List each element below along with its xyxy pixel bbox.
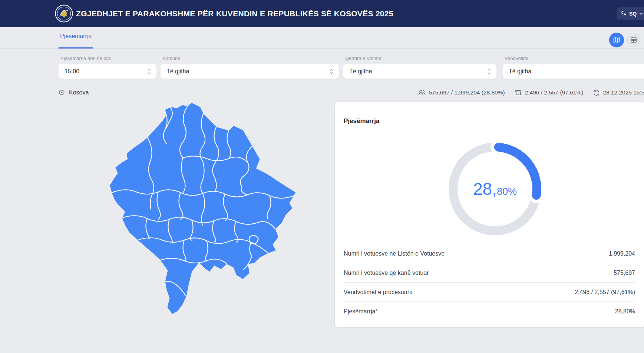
voting-center-select[interactable]: Të gjitha [343, 64, 497, 79]
table-row: Numri i votuesve në Listën e Votuesve 1,… [344, 244, 635, 263]
donut-percent: 28, 80% [445, 139, 545, 239]
row-label: Vendvotimet e procesuara [344, 289, 413, 296]
app-header: ZGJEDHJET E PARAKOHSHME PËR KUVENDIN E R… [0, 0, 644, 27]
map-view-button[interactable] [609, 33, 624, 47]
location-label: Kosova [69, 89, 89, 96]
polling-station-select[interactable]: Të gjitha [502, 64, 644, 79]
donut-percent-decimal: 80% [497, 187, 517, 197]
stat-polling-stations-value: 2,496 / 2,557 (97,61%) [525, 89, 584, 96]
card-title: Pjesëmarrja [344, 117, 379, 125]
row-value: 28,80% [615, 308, 635, 315]
row-label: Pjesëmarrja* [344, 308, 378, 315]
stat-voters: 575,697 / 1,999,204 (28,80%) [418, 89, 505, 96]
location-icon [58, 89, 65, 96]
participation-card: Pjesëmarrja 28, 80% Numri i votuesve në … [335, 102, 644, 327]
select-arrows-icon [487, 68, 491, 75]
filter-label: Pjesëmarrja deri në ora [58, 56, 157, 61]
select-arrows-icon [147, 68, 151, 75]
participation-hour-select[interactable]: 15:00 [58, 64, 157, 79]
ballot-box-icon [515, 89, 522, 96]
table-row: Pjesëmarrja* 28,80% [344, 302, 635, 321]
participation-donut-chart: 28, 80% [445, 139, 545, 239]
table-row: Vendvotimet e procesuara 2,496 / 2,557 (… [344, 283, 635, 302]
stat-polling-stations: 2,496 / 2,557 (97,61%) [515, 89, 584, 96]
stats-bar: 575,697 / 1,999,204 (28,80%) 2,496 / 2,5… [334, 89, 644, 96]
refresh-icon [593, 89, 600, 96]
chevron-down-icon [639, 11, 643, 16]
donut-percent-main: 28, [473, 180, 497, 197]
map-view-icon [613, 36, 620, 44]
voters-icon [418, 89, 426, 96]
kosovo-outline [110, 103, 295, 314]
filter-label: Qendra e Votimit [343, 56, 497, 61]
language-selector[interactable]: SQ [617, 7, 644, 20]
filter-label: Vendvotimi [502, 56, 644, 61]
table-view-icon [630, 36, 637, 44]
tab-participation[interactable]: Pjesëmarrja [60, 33, 92, 40]
active-tab-underline [58, 47, 93, 49]
table-view-button[interactable] [626, 33, 641, 47]
row-value: 1,999,204 [609, 250, 635, 257]
stat-voters-value: 575,697 / 1,999,204 (28,80%) [429, 89, 505, 96]
kosovo-map[interactable] [110, 102, 295, 314]
filter-label: Komuna [160, 56, 339, 61]
select-arrows-icon [329, 68, 334, 75]
stat-last-updated-value: 28.12.2025 15:59 [603, 89, 644, 96]
stat-last-updated: 28.12.2025 15:59 [593, 89, 644, 96]
filter-municipality: Komuna Të gjitha [160, 56, 339, 79]
row-value: 2,496 / 2,557 (97,61%) [575, 289, 635, 296]
row-value: 575,697 [614, 270, 635, 276]
row-label: Numri i votuesve në Listën e Votuesve [344, 250, 445, 257]
filter-participation-hour: Pjesëmarrja deri në ora 15:00 [58, 56, 157, 79]
municipality-select[interactable]: Të gjitha [160, 64, 339, 79]
filter-voting-center: Qendra e Votimit Të gjitha [343, 56, 497, 79]
filter-polling-station: Vendvotimi Të gjitha [502, 56, 644, 79]
page-title: ZGJEDHJET E PARAKOHSHME PËR KUVENDIN E R… [76, 0, 393, 27]
table-row: Numri i votuesve që kanë votuar 575,697 [344, 263, 635, 283]
language-code: SQ [629, 11, 637, 17]
translate-icon [620, 10, 627, 17]
kqz-logo-icon [55, 4, 73, 23]
row-label: Numri i votuesve që kanë votuar [344, 270, 429, 276]
participation-table: Numri i votuesve në Listën e Votuesve 1,… [344, 244, 635, 321]
participation-dashboard: ZGJEDHJET E PARAKOHSHME PËR KUVENDIN E R… [0, 0, 644, 353]
breadcrumb-location[interactable]: Kosova [58, 89, 89, 96]
tab-row-divider [0, 48, 644, 49]
